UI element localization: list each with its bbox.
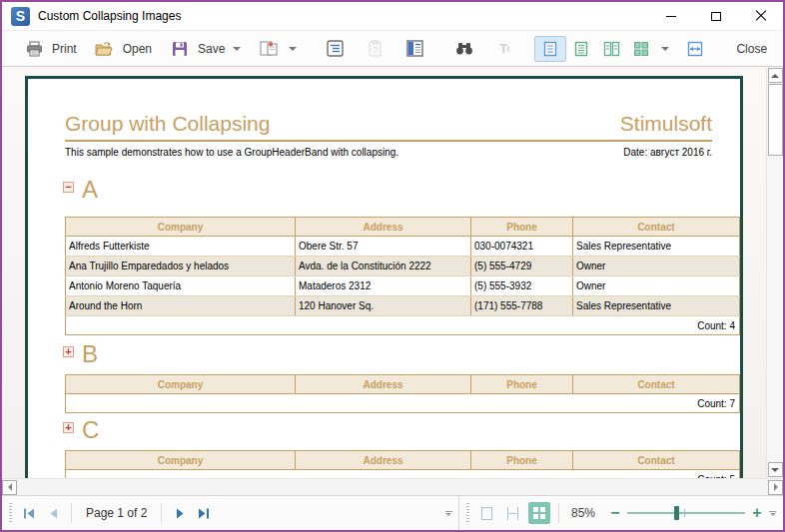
maximize-icon xyxy=(711,12,721,21)
view-single-page-button[interactable] xyxy=(534,36,566,62)
group-header-a: − A xyxy=(63,177,740,205)
column-header: Company xyxy=(66,451,296,470)
close-icon xyxy=(755,10,767,22)
minimize-button[interactable] xyxy=(648,2,693,30)
bookmarks-panel-button[interactable] xyxy=(315,32,355,66)
zoom-in-button[interactable]: + xyxy=(747,504,767,522)
zoom-slider-handle[interactable] xyxy=(674,506,679,520)
scroll-left-button[interactable] xyxy=(2,480,17,495)
first-page-button[interactable] xyxy=(17,501,41,525)
zoom-out-button[interactable]: − xyxy=(605,504,625,522)
collapse-toggle-a[interactable]: − xyxy=(63,182,74,193)
page-indicator: Page 1 of 2 xyxy=(86,506,147,520)
zoom-slider[interactable] xyxy=(627,505,745,521)
open-button[interactable]: Open xyxy=(85,32,160,66)
find-button[interactable] xyxy=(444,32,484,66)
group-header-c: + C xyxy=(63,417,740,445)
statusbar-grip[interactable] xyxy=(466,503,469,523)
vertical-scroll-thumb[interactable] xyxy=(768,84,783,156)
parameters-panel-button[interactable]: ? xyxy=(355,32,394,66)
statusbar-overflow-button[interactable] xyxy=(443,511,454,516)
bookmarks-panel-icon xyxy=(323,36,347,62)
column-header: Address xyxy=(296,451,471,470)
close-preview-label: Close xyxy=(736,42,767,56)
one-page-icon xyxy=(481,507,492,520)
column-header: Address xyxy=(296,375,471,394)
page-navigation-pane: Page 1 of 2 xyxy=(2,496,459,530)
fit-page-width-icon xyxy=(683,39,707,59)
column-header: Company xyxy=(66,218,296,237)
parameters-panel-icon: ? xyxy=(363,36,387,62)
table-header-row: Company Address Phone Contact xyxy=(66,375,740,394)
column-header: Phone xyxy=(471,451,573,470)
group-count: Count: 4 xyxy=(66,316,740,335)
last-page-button[interactable] xyxy=(192,501,216,525)
group-letter-a: A xyxy=(82,177,98,203)
export-button[interactable] xyxy=(249,32,305,66)
report-subtitle: This sample demonstrates how to use a Gr… xyxy=(65,147,398,158)
window-title: Custom Collapsing Images xyxy=(38,9,648,23)
column-header: Contact xyxy=(573,218,740,237)
zoom-slider-tick xyxy=(684,509,685,517)
left-arrow-icon xyxy=(8,483,12,491)
table-header-row: Company Address Phone Contact xyxy=(66,451,740,470)
close-window-button[interactable] xyxy=(738,2,783,30)
statusbar-overflow-button[interactable] xyxy=(767,511,778,516)
vertical-scrollbar[interactable] xyxy=(766,67,783,478)
titlebar: S Custom Collapsing Images xyxy=(2,2,783,30)
save-label: Save xyxy=(198,42,225,56)
text-tool-button[interactable]: TI xyxy=(484,32,524,66)
down-arrow-icon xyxy=(771,468,779,472)
table-header-row: Company Address Phone Contact xyxy=(66,218,740,237)
statusbar-separator xyxy=(71,503,72,523)
column-header: Phone xyxy=(471,218,573,237)
table-row: Ana Trujillo Emparedados y helados Avda.… xyxy=(66,257,740,276)
group-footer-row: Count: 4 xyxy=(66,316,740,335)
collapse-toggle-b[interactable]: + xyxy=(63,346,74,357)
stimulsoft-logo-icon: S xyxy=(11,7,30,26)
column-header: Contact xyxy=(573,375,740,394)
report-title: Group with Collapsing xyxy=(65,112,270,136)
export-icon xyxy=(257,36,281,62)
first-page-icon xyxy=(23,508,35,519)
print-button[interactable]: Print xyxy=(14,32,85,66)
view-mode-caret-icon xyxy=(661,47,669,51)
scroll-right-button[interactable] xyxy=(768,480,783,495)
app-window: S Custom Collapsing Images Print Open xyxy=(0,0,785,532)
save-button[interactable]: Save xyxy=(160,32,249,66)
group-footer-row: Count: 7 xyxy=(66,394,740,413)
table-row: Around the Horn 120 Hanover Sq. (171) 55… xyxy=(66,296,740,316)
view-continuous-button[interactable] xyxy=(566,37,596,61)
next-page-button[interactable] xyxy=(168,501,192,525)
column-header: Address xyxy=(296,218,471,237)
group-header-b: + B xyxy=(63,341,740,369)
scroll-down-button[interactable] xyxy=(768,462,783,477)
report-preview-area[interactable]: Group with Collapsing Stimulsoft This sa… xyxy=(2,67,783,478)
scroll-up-button[interactable] xyxy=(768,68,783,83)
logo-letter: S xyxy=(16,8,25,24)
open-label: Open xyxy=(123,42,152,56)
editor-button[interactable] xyxy=(394,32,434,66)
prev-page-button[interactable] xyxy=(41,501,65,525)
zoom-slider-track[interactable] xyxy=(627,512,745,514)
group-footer-row: Count: 5 xyxy=(66,470,740,479)
statusbar-grip[interactable] xyxy=(9,503,12,523)
last-page-icon xyxy=(198,508,210,519)
fit-page-width-button[interactable] xyxy=(680,37,710,61)
zoom-page-width-button[interactable] xyxy=(502,502,524,524)
close-preview-button[interactable]: Close xyxy=(720,36,783,62)
printer-icon xyxy=(22,36,46,62)
horizontal-scrollbar[interactable] xyxy=(2,478,783,495)
zoom-multiple-pages-button[interactable] xyxy=(528,502,550,524)
view-two-pages-button[interactable] xyxy=(596,37,626,61)
statusbar: Page 1 of 2 85% − xyxy=(2,495,783,530)
table-row: Alfreds Futterkiste Obere Str. 57 030-00… xyxy=(66,237,740,257)
print-label: Print xyxy=(52,42,77,56)
view-multiple-pages-button[interactable] xyxy=(626,37,672,61)
collapse-toggle-c[interactable]: + xyxy=(63,422,74,433)
zoom-one-page-button[interactable] xyxy=(476,502,498,524)
column-header: Company xyxy=(66,375,296,394)
view-two-pages-icon xyxy=(599,39,623,59)
maximize-button[interactable] xyxy=(693,2,738,30)
column-header: Contact xyxy=(573,451,740,470)
